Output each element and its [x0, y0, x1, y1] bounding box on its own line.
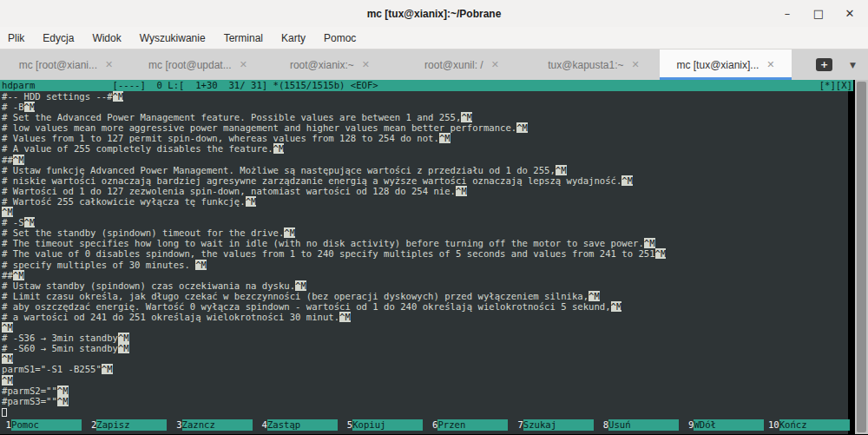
editor-text-area[interactable]: #-- HDD settings --#^M# -B^M# Set the Ad… [0, 91, 853, 417]
line-text: # -S [2, 217, 24, 227]
editor-line: # a wartości od 241 do 251 określają wie… [2, 312, 853, 322]
editor-line: # -S36 → 3min standby^M [2, 333, 853, 343]
window-controls: – □ ✕ [781, 7, 868, 20]
terminal-tab-4[interactable]: root@xunil: /✕ [396, 49, 528, 80]
editor-line: # low values mean more aggressive power … [2, 122, 853, 133]
function-key-bar: 1Pomoc2Zapisz3Zazncz4Zastąp5Kopiuj6Przen… [0, 419, 853, 431]
fkey-number: 5 [341, 419, 352, 431]
carriage-return-marker: ^M [556, 165, 567, 175]
menu-item-karty[interactable]: Karty [281, 32, 306, 44]
line-text: # Wartość 255 całkowicie wyłącza tę funk… [2, 196, 246, 207]
fkey-number: 1 [0, 419, 11, 431]
editor-line: ^M [2, 353, 853, 364]
fkey-8-usuń[interactable]: 8Usuń [597, 419, 682, 431]
carriage-return-marker: ^M [644, 238, 655, 248]
editor-line: # specify multiples of 30 minutes. ^M [2, 260, 853, 270]
line-text: # Ustaw funkcję Advanced Power Managemen… [2, 165, 556, 175]
fkey-label: Kopiuj [352, 419, 423, 431]
editor-line: # Limit czasu określa, jak długo czekać … [2, 291, 853, 301]
tab-close-icon[interactable]: ✕ [632, 59, 640, 70]
terminal-tab-6[interactable]: mc [tux@xianix]...✕ [660, 49, 792, 80]
terminal-scrollbar[interactable] [855, 80, 868, 434]
terminal-tab-5[interactable]: tux@kapusta1:~✕ [528, 49, 660, 80]
editor-line: ##^M [2, 155, 853, 165]
carriage-return-marker: ^M [57, 396, 69, 406]
tabbar-extra: + ▼ [816, 49, 868, 80]
carriage-return-marker: ^M [13, 155, 24, 165]
carriage-return-marker: ^M [2, 353, 13, 364]
line-text: # a wartości od 241 do 251 określają wie… [2, 312, 339, 322]
line-text: # The timeout specifies how long to wait… [2, 238, 644, 248]
tab-label: root@xunil: / [424, 59, 483, 71]
terminal-tab-1[interactable]: mc [root@xiani...✕ [0, 49, 132, 80]
fkey-label: Kończ [779, 419, 850, 431]
line-text: # Limit czasu określa, jak długo czekać … [2, 291, 589, 301]
terminal[interactable]: hdparm [----] 0 L:[ 1+30 31/ 31] *(1515/… [0, 80, 868, 434]
menu-item-plik[interactable]: Plik [8, 32, 24, 44]
editor-header-window-buttons[interactable]: [*][X] [819, 80, 853, 91]
editor-line: # The value of 0 disables spindown, the … [2, 248, 853, 259]
editor-line: #parmS3=""^M [2, 396, 853, 406]
menu-item-edycja[interactable]: Edycja [43, 32, 74, 44]
line-text: # Ustaw standby (spindown) czas oczekiwa… [2, 280, 295, 291]
line-text: ## [2, 270, 13, 280]
editor-header-bar[interactable]: hdparm [----] 0 L:[ 1+30 31/ 31] *(1515/… [0, 80, 853, 91]
menu-item-widok[interactable]: Widok [92, 32, 121, 44]
maximize-button[interactable]: □ [812, 7, 825, 20]
fkey-7-szukaj[interactable]: 7Szukaj [512, 419, 597, 431]
line-text: ## [2, 155, 13, 165]
new-tab-button[interactable]: + [816, 58, 832, 71]
tabbar: mc [root@xiani...✕mc [root@updat...✕root… [0, 49, 868, 80]
fkey-2-zapisz[interactable]: 2Zapisz [85, 419, 170, 431]
carriage-return-marker: ^M [339, 312, 351, 322]
editor-line: # Wartości od 1 do 127 zezwolenia spin-d… [2, 186, 853, 196]
fkey-label: WDół [694, 419, 764, 431]
tab-close-icon[interactable]: ✕ [105, 59, 113, 70]
fkey-10-kończ[interactable]: 10Kończ [768, 419, 853, 431]
line-text: # Set the standby (spindown) timeout for… [2, 227, 284, 238]
editor-line: #-- HDD settings --#^M [2, 91, 853, 102]
close-button[interactable]: ✕ [844, 7, 856, 20]
fkey-1-pomoc[interactable]: 1Pomoc [0, 419, 85, 431]
carriage-return-marker: ^M [273, 143, 285, 154]
line-text: # A value of 255 completely disables the… [2, 143, 273, 154]
line-text: # aby oszczędzać energię. Wartość 0 wyłą… [2, 301, 611, 312]
editor-line: # -S60 → 5min standby^M [2, 343, 853, 353]
carriage-return-marker: ^M [439, 133, 450, 143]
line-text: #parmS2="" [2, 386, 57, 396]
tab-close-icon[interactable]: ✕ [766, 59, 774, 70]
tab-label: mc [root@xiani... [19, 59, 97, 71]
editor-line: # -B^M [2, 102, 853, 112]
editor-line: ^M [2, 375, 853, 386]
line-text: parmS1="-S1 -B255" [2, 364, 102, 374]
minimize-button[interactable]: – [781, 7, 793, 20]
editor-line: # aby oszczędzać energię. Wartość 0 wyłą… [2, 301, 853, 312]
tab-list-dropdown-icon[interactable]: ▼ [850, 61, 856, 69]
editor-line: ^M [2, 207, 853, 217]
fkey-label: Zapisz [96, 419, 167, 431]
tab-close-icon[interactable]: ✕ [491, 59, 499, 70]
carriage-return-marker: ^M [102, 364, 113, 374]
line-text: # -S36 → 3min standby [2, 333, 118, 343]
editor-line: # Ustaw funkcję Advanced Power Managemen… [2, 165, 853, 175]
menu-item-pomoc[interactable]: Pomoc [324, 32, 356, 44]
fkey-label: Usuń [608, 419, 679, 431]
fkey-6-przen[interactable]: 6Przen [426, 419, 511, 431]
tab-close-icon[interactable]: ✕ [362, 59, 370, 70]
terminal-tab-3[interactable]: root@xianix:~✕ [264, 49, 396, 80]
tab-close-icon[interactable]: ✕ [240, 59, 247, 70]
menu-item-wyszukiwanie[interactable]: Wyszukiwanie [140, 32, 206, 44]
editor-line: # Set the Advanced Power Management feat… [2, 112, 853, 122]
fkey-9-wdół[interactable]: 9WDół [682, 419, 767, 431]
fkey-3-zazncz[interactable]: 3Zazncz [171, 419, 256, 431]
fkey-5-kopiuj[interactable]: 5Kopiuj [341, 419, 426, 431]
scrollbar-thumb[interactable] [857, 82, 866, 432]
menu-item-terminal[interactable]: Terminal [224, 32, 263, 44]
fkey-4-zastąp[interactable]: 4Zastąp [256, 419, 341, 431]
terminal-tab-2[interactable]: mc [root@updat...✕ [132, 49, 264, 80]
carriage-return-marker: ^M [57, 386, 69, 396]
editor-line: parmS1="-S1 -B255"^M [2, 364, 853, 374]
menubar: PlikEdycjaWidokWyszukiwanieTerminalKarty… [0, 27, 868, 49]
line-text: # -S60 → 5min standby [2, 343, 118, 353]
carriage-return-marker: ^M [611, 301, 622, 312]
